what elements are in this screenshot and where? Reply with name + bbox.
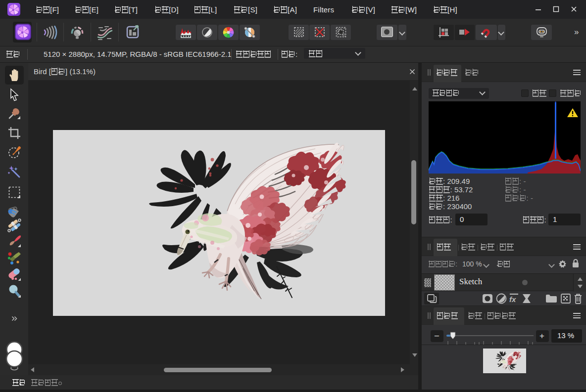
svg-text:fx: fx	[509, 295, 516, 304]
